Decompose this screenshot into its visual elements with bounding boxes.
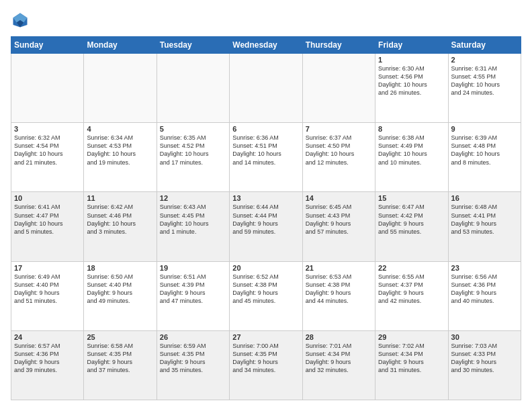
day-number: 9 [451,125,518,133]
day-info: Sunrise: 6:36 AM Sunset: 4:51 PM Dayligh… [232,134,299,167]
calendar-week-row: 3Sunrise: 6:32 AM Sunset: 4:54 PM Daylig… [11,123,521,192]
logo [11,11,32,30]
calendar-day-cell [84,54,157,123]
day-number: 4 [87,125,153,133]
calendar-day-cell: 3Sunrise: 6:32 AM Sunset: 4:54 PM Daylig… [11,123,84,192]
calendar-day-cell: 13Sunrise: 6:44 AM Sunset: 4:44 PM Dayli… [230,192,302,261]
calendar-day-header: Monday [84,37,157,54]
day-number: 15 [378,194,445,202]
day-number: 13 [232,194,299,202]
day-number: 27 [232,333,299,341]
day-info: Sunrise: 6:35 AM Sunset: 4:52 PM Dayligh… [160,134,226,167]
calendar-day-cell [230,54,302,123]
day-info: Sunrise: 6:53 AM Sunset: 4:38 PM Dayligh… [306,273,372,306]
day-number: 18 [87,264,153,272]
day-info: Sunrise: 6:51 AM Sunset: 4:39 PM Dayligh… [160,273,226,306]
day-number: 23 [451,264,518,272]
calendar-day-header: Wednesday [230,37,302,54]
calendar-table: SundayMondayTuesdayWednesdayThursdayFrid… [11,36,521,400]
day-number: 26 [160,333,226,341]
calendar-day-cell [11,54,84,123]
day-info: Sunrise: 6:32 AM Sunset: 4:54 PM Dayligh… [14,134,81,167]
day-info: Sunrise: 6:44 AM Sunset: 4:44 PM Dayligh… [232,203,299,236]
day-info: Sunrise: 6:48 AM Sunset: 4:41 PM Dayligh… [451,203,518,236]
day-info: Sunrise: 7:00 AM Sunset: 4:35 PM Dayligh… [232,342,299,375]
day-info: Sunrise: 6:50 AM Sunset: 4:40 PM Dayligh… [87,273,153,306]
day-number: 8 [378,125,445,133]
day-info: Sunrise: 6:41 AM Sunset: 4:47 PM Dayligh… [14,203,81,236]
day-info: Sunrise: 6:39 AM Sunset: 4:48 PM Dayligh… [451,134,518,167]
day-number: 2 [451,56,518,64]
day-info: Sunrise: 6:47 AM Sunset: 4:42 PM Dayligh… [378,203,445,236]
day-number: 24 [14,333,81,341]
calendar-day-cell: 19Sunrise: 6:51 AM Sunset: 4:39 PM Dayli… [157,261,229,330]
calendar-day-cell: 28Sunrise: 7:01 AM Sunset: 4:34 PM Dayli… [302,330,375,400]
day-info: Sunrise: 6:42 AM Sunset: 4:46 PM Dayligh… [87,203,153,236]
day-number: 21 [306,264,372,272]
day-number: 17 [14,264,81,272]
day-info: Sunrise: 6:49 AM Sunset: 4:40 PM Dayligh… [14,273,81,306]
calendar-day-cell: 9Sunrise: 6:39 AM Sunset: 4:48 PM Daylig… [448,123,521,192]
calendar-day-cell: 11Sunrise: 6:42 AM Sunset: 4:46 PM Dayli… [84,192,157,261]
calendar-week-row: 1Sunrise: 6:30 AM Sunset: 4:56 PM Daylig… [11,54,521,123]
calendar-day-cell: 24Sunrise: 6:57 AM Sunset: 4:36 PM Dayli… [11,330,84,400]
calendar-day-header: Sunday [11,37,84,54]
day-info: Sunrise: 6:31 AM Sunset: 4:55 PM Dayligh… [451,64,518,97]
calendar-day-header: Tuesday [157,37,229,54]
day-number: 20 [232,264,299,272]
calendar-day-cell: 20Sunrise: 6:52 AM Sunset: 4:38 PM Dayli… [230,261,302,330]
calendar-day-cell: 16Sunrise: 6:48 AM Sunset: 4:41 PM Dayli… [448,192,521,261]
day-info: Sunrise: 6:58 AM Sunset: 4:35 PM Dayligh… [87,342,153,375]
calendar-day-cell: 22Sunrise: 6:55 AM Sunset: 4:37 PM Dayli… [375,261,448,330]
day-info: Sunrise: 7:03 AM Sunset: 4:33 PM Dayligh… [451,342,518,375]
calendar-day-header: Friday [375,37,448,54]
day-number: 28 [306,333,372,341]
day-number: 7 [306,125,372,133]
calendar-day-cell: 1Sunrise: 6:30 AM Sunset: 4:56 PM Daylig… [375,54,448,123]
calendar-day-cell: 7Sunrise: 6:37 AM Sunset: 4:50 PM Daylig… [302,123,375,192]
day-number: 6 [232,125,299,133]
calendar-day-cell: 6Sunrise: 6:36 AM Sunset: 4:51 PM Daylig… [230,123,302,192]
calendar-day-cell: 29Sunrise: 7:02 AM Sunset: 4:34 PM Dayli… [375,330,448,400]
calendar-day-cell: 21Sunrise: 6:53 AM Sunset: 4:38 PM Dayli… [302,261,375,330]
calendar-day-cell: 18Sunrise: 6:50 AM Sunset: 4:40 PM Dayli… [84,261,157,330]
calendar-day-cell: 5Sunrise: 6:35 AM Sunset: 4:52 PM Daylig… [157,123,229,192]
calendar-day-cell: 26Sunrise: 6:59 AM Sunset: 4:35 PM Dayli… [157,330,229,400]
day-number: 29 [378,333,445,341]
day-info: Sunrise: 7:02 AM Sunset: 4:34 PM Dayligh… [378,342,445,375]
calendar-day-cell: 10Sunrise: 6:41 AM Sunset: 4:47 PM Dayli… [11,192,84,261]
day-info: Sunrise: 6:43 AM Sunset: 4:45 PM Dayligh… [160,203,226,236]
day-info: Sunrise: 6:52 AM Sunset: 4:38 PM Dayligh… [232,273,299,306]
day-number: 5 [160,125,226,133]
calendar-day-cell: 4Sunrise: 6:34 AM Sunset: 4:53 PM Daylig… [84,123,157,192]
day-info: Sunrise: 7:01 AM Sunset: 4:34 PM Dayligh… [306,342,372,375]
calendar-day-header: Thursday [302,37,375,54]
calendar-body: 1Sunrise: 6:30 AM Sunset: 4:56 PM Daylig… [11,54,521,400]
calendar-week-row: 10Sunrise: 6:41 AM Sunset: 4:47 PM Dayli… [11,192,521,261]
logo-icon [11,11,30,30]
day-info: Sunrise: 6:56 AM Sunset: 4:36 PM Dayligh… [451,273,518,306]
day-number: 22 [378,264,445,272]
calendar-day-cell: 25Sunrise: 6:58 AM Sunset: 4:35 PM Dayli… [84,330,157,400]
day-info: Sunrise: 6:57 AM Sunset: 4:36 PM Dayligh… [14,342,81,375]
day-number: 3 [14,125,81,133]
calendar-header-row: SundayMondayTuesdayWednesdayThursdayFrid… [11,37,521,54]
day-number: 11 [87,194,153,202]
day-number: 1 [378,56,445,64]
day-number: 16 [451,194,518,202]
calendar-day-cell: 8Sunrise: 6:38 AM Sunset: 4:49 PM Daylig… [375,123,448,192]
page: SundayMondayTuesdayWednesdayThursdayFrid… [0,0,532,411]
day-number: 12 [160,194,226,202]
calendar-week-row: 24Sunrise: 6:57 AM Sunset: 4:36 PM Dayli… [11,330,521,400]
day-info: Sunrise: 6:38 AM Sunset: 4:49 PM Dayligh… [378,134,445,167]
header [11,11,521,30]
calendar-day-cell: 2Sunrise: 6:31 AM Sunset: 4:55 PM Daylig… [448,54,521,123]
day-number: 14 [306,194,372,202]
day-info: Sunrise: 6:45 AM Sunset: 4:43 PM Dayligh… [306,203,372,236]
calendar-day-cell [157,54,229,123]
day-info: Sunrise: 6:55 AM Sunset: 4:37 PM Dayligh… [378,273,445,306]
day-info: Sunrise: 6:37 AM Sunset: 4:50 PM Dayligh… [306,134,372,167]
calendar-day-cell: 14Sunrise: 6:45 AM Sunset: 4:43 PM Dayli… [302,192,375,261]
calendar-day-cell: 12Sunrise: 6:43 AM Sunset: 4:45 PM Dayli… [157,192,229,261]
day-number: 30 [451,333,518,341]
